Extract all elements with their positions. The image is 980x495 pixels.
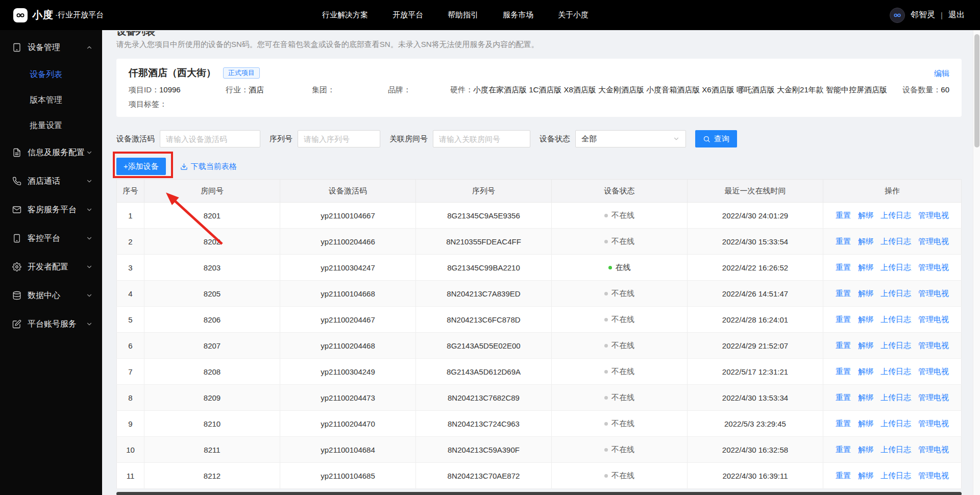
operation-link[interactable]: 重置 — [836, 471, 851, 480]
top-menu-item[interactable]: 关于小度 — [558, 10, 589, 20]
operation-link[interactable]: 重置 — [836, 237, 851, 245]
operation-link[interactable]: 管理电视 — [918, 289, 949, 298]
table-row: 28202yp211002044668N210355FDEAC4FF不在线202… — [117, 229, 962, 255]
user-avatar[interactable] — [890, 8, 905, 23]
cell-status: 不在线 — [552, 333, 688, 359]
operation-link[interactable]: 重置 — [836, 289, 851, 298]
sidebar-subitem[interactable]: 批量设置 — [0, 113, 102, 138]
operation-link[interactable]: 上传日志 — [880, 367, 911, 376]
sidebar-item[interactable]: 设备管理 — [0, 33, 102, 62]
cell-last-online-time: 2022/4/30 16:39:11 — [688, 463, 823, 489]
sidebar-subitem[interactable]: 版本管理 — [0, 87, 102, 113]
table-row: 18201yp211001046678G21345C9A5E9356不在线202… — [117, 203, 962, 229]
sidebar-item[interactable]: 客控平台 — [0, 224, 102, 253]
page-scrollbar-thumb[interactable] — [974, 34, 979, 147]
xiaodu-logo-icon — [13, 8, 28, 22]
operation-link[interactable]: 管理电视 — [918, 237, 949, 245]
operation-link[interactable]: 解绑 — [858, 341, 873, 350]
operation-link[interactable]: 上传日志 — [880, 341, 911, 350]
operation-link[interactable]: 管理电视 — [918, 315, 949, 324]
top-menu-item[interactable]: 行业解决方案 — [322, 10, 368, 20]
serial-input[interactable] — [298, 130, 380, 147]
top-menu-item[interactable]: 开放平台 — [393, 10, 423, 20]
project-name: 仟那酒店（西大街） — [129, 66, 216, 80]
cell-status: 不在线 — [552, 463, 688, 489]
action-bar: +添加设备 下载当前表格 — [116, 158, 962, 175]
project-field-value: 酒店 — [249, 85, 264, 95]
sidebar-item[interactable]: 数据中心 — [0, 281, 102, 310]
operation-link[interactable]: 解绑 — [858, 237, 873, 245]
status-text: 不在线 — [611, 211, 634, 219]
operation-link[interactable]: 解绑 — [858, 289, 873, 298]
operation-link[interactable]: 重置 — [836, 341, 851, 350]
operation-link[interactable]: 解绑 — [858, 471, 873, 480]
operation-link[interactable]: 解绑 — [858, 367, 873, 376]
operation-link[interactable]: 上传日志 — [880, 315, 911, 324]
operation-link[interactable]: 管理电视 — [918, 393, 949, 402]
activation-code-input[interactable] — [160, 130, 260, 147]
operation-link[interactable]: 上传日志 — [880, 263, 911, 271]
cell-operations: 重置解绑上传日志管理电视 — [823, 463, 962, 489]
operation-link[interactable]: 解绑 — [858, 315, 873, 324]
cell-status: 不在线 — [552, 281, 688, 307]
top-menu-item[interactable]: 服务市场 — [503, 10, 533, 20]
operation-link[interactable]: 解绑 — [858, 419, 873, 428]
operation-link[interactable]: 上传日志 — [880, 471, 911, 480]
project-field-value: 小度在家酒店版 1C酒店版 X8酒店版 大金刚酒店版 小度音箱酒店版 X6酒店版… — [473, 85, 887, 95]
operation-link[interactable]: 重置 — [836, 393, 851, 402]
operation-link[interactable]: 重置 — [836, 419, 851, 428]
operation-link[interactable]: 重置 — [836, 211, 851, 219]
operation-link[interactable]: 管理电视 — [918, 445, 949, 454]
operation-link[interactable]: 重置 — [836, 263, 851, 271]
top-menu-item[interactable]: 帮助指引 — [448, 10, 478, 20]
status-text: 在线 — [616, 263, 631, 271]
operation-link[interactable]: 上传日志 — [880, 211, 911, 219]
cell-activation-code: yp21100104685 — [280, 463, 416, 489]
operation-link[interactable]: 上传日志 — [880, 419, 911, 428]
operation-link[interactable]: 重置 — [836, 367, 851, 376]
download-table-link[interactable]: 下载当前表格 — [180, 162, 237, 171]
table-row: 38203yp211003042478G21345C99BA2210在线2022… — [117, 255, 962, 281]
operation-link[interactable]: 重置 — [836, 315, 851, 324]
operation-link[interactable]: 管理电视 — [918, 419, 949, 428]
operation-link[interactable]: 管理电视 — [918, 211, 949, 219]
operation-link[interactable]: 管理电视 — [918, 367, 949, 376]
operation-link[interactable]: 解绑 — [858, 445, 873, 454]
operation-link[interactable]: 管理电视 — [918, 471, 949, 480]
operation-link[interactable]: 解绑 — [858, 393, 873, 402]
cell-index: 4 — [117, 281, 144, 307]
operation-link[interactable]: 重置 — [836, 445, 851, 454]
cell-activation-code: yp21100204466 — [280, 229, 416, 255]
operation-link[interactable]: 上传日志 — [880, 445, 911, 454]
operation-link[interactable]: 管理电视 — [918, 341, 949, 350]
sidebar-subitem[interactable]: 设备列表 — [0, 62, 102, 87]
room-input[interactable] — [433, 130, 530, 147]
operation-link[interactable]: 解绑 — [858, 263, 873, 271]
operation-link[interactable]: 管理电视 — [918, 263, 949, 271]
sidebar-item[interactable]: 客房服务平台 — [0, 195, 102, 224]
device-status-select[interactable]: 全部 — [575, 130, 686, 147]
table-horizontal-scrollbar[interactable] — [116, 492, 962, 495]
operation-link[interactable]: 解绑 — [858, 211, 873, 219]
top-menu: 行业解决方案开放平台帮助指引服务市场关于小度 — [322, 10, 589, 20]
operation-link[interactable]: 上传日志 — [880, 289, 911, 298]
sidebar-item[interactable]: 开发者配置 — [0, 253, 102, 281]
cell-serial: 8G21345C9A5E9356 — [416, 203, 552, 229]
cell-last-online-time: 2022/4/28 16:24:01 — [688, 307, 823, 333]
add-device-button[interactable]: +添加设备 — [116, 158, 166, 175]
search-button[interactable]: 查询 — [695, 130, 737, 147]
chevron-down-icon — [86, 263, 93, 270]
operation-link[interactable]: 上传日志 — [880, 393, 911, 402]
edit-project-link[interactable]: 编辑 — [934, 69, 949, 79]
chevron-down-icon — [86, 206, 93, 213]
operation-link[interactable]: 上传日志 — [880, 237, 911, 245]
cell-status: 在线 — [552, 255, 688, 281]
logout-link[interactable]: 退出 — [948, 10, 965, 20]
page-scrollbar — [973, 30, 980, 495]
cell-operations: 重置解绑上传日志管理电视 — [823, 203, 962, 229]
sidebar-item[interactable]: 平台账号服务 — [0, 310, 102, 338]
brand-name: 小度 — [32, 8, 54, 22]
sidebar-item[interactable]: 酒店通话 — [0, 167, 102, 195]
sidebar-item[interactable]: 信息及服务配置 — [0, 138, 102, 167]
cell-room: 8201 — [144, 203, 280, 229]
